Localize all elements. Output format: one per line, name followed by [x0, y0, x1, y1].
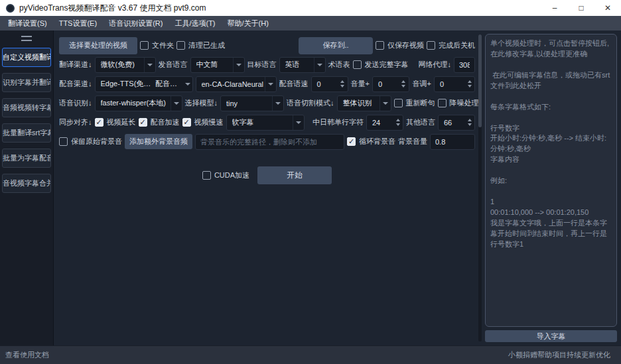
subtitle-editor-frame: [485, 34, 617, 327]
checkbox-indicator: [202, 171, 211, 180]
chevron-down-icon: [265, 77, 276, 91]
dubbing-rate-label: 配音语速: [279, 79, 309, 89]
bgm-path-input[interactable]: [195, 134, 344, 150]
other-language-label: 其他语言: [406, 117, 435, 127]
spinner-up-icon[interactable]: [401, 80, 405, 83]
sidebar-item-batch-translate-srt[interactable]: 批量翻译srt字幕: [2, 123, 51, 143]
volume-stepper[interactable]: 0: [372, 76, 409, 92]
vertical-scrollbar[interactable]: [478, 34, 482, 341]
sidebar-item-merge-av-subtitle[interactable]: 音视频字幕合并: [2, 174, 51, 193]
rephrase-checkbox[interactable]: 重新断句: [394, 98, 435, 108]
only-save-video-checkbox[interactable]: 仅保存视频: [376, 40, 424, 50]
content-area: 自定义视频翻译 识别字幕并翻译 音频视频转字幕 批量翻译srt字幕 批量为字幕配…: [0, 30, 621, 345]
glossary-link[interactable]: 术语表: [328, 60, 350, 70]
cjk-chars-value: 24: [372, 119, 380, 127]
close-button[interactable]: ✕: [594, 0, 621, 16]
cjk-chars-label: 中日韩单行字符: [312, 117, 364, 127]
target-language-select[interactable]: 英语: [279, 57, 326, 73]
dubbing-rate-stepper[interactable]: 0: [311, 76, 348, 92]
save-to-button[interactable]: 保存到..: [299, 37, 373, 54]
menu-recognition-settings[interactable]: 语音识别设置(R): [104, 17, 168, 30]
dubbing-role-select[interactable]: en-CA-ClaraNeural: [196, 76, 277, 92]
status-docs-link[interactable]: 查看使用文档: [5, 350, 49, 360]
other-language-stepper[interactable]: 66: [438, 115, 475, 131]
denoise-checkbox[interactable]: 降噪处理: [438, 98, 479, 108]
cuda-checkbox[interactable]: CUDA加速: [202, 170, 249, 180]
start-button[interactable]: 开始: [257, 166, 332, 184]
split-mode-select[interactable]: 整体识别: [337, 95, 391, 111]
sidebar-item-recognize-and-translate[interactable]: 识别字幕并翻译: [2, 73, 51, 92]
subtitle-type-select[interactable]: 软字幕: [226, 115, 305, 131]
menu-tools-options[interactable]: 工具/选项(T): [169, 17, 220, 30]
bgm-volume-input[interactable]: [430, 134, 475, 150]
spinner-up-icon[interactable]: [340, 80, 344, 83]
spinner-up-icon[interactable]: [396, 119, 400, 121]
add-bgm-button[interactable]: 添加额外背景音频: [125, 134, 192, 149]
dubbing-channel-select[interactable]: Edge-TTS(免费) 配音角色: [95, 76, 193, 92]
spinner-down-icon[interactable]: [468, 85, 472, 88]
send-full-subtitle-checkbox[interactable]: 发送完整字幕: [353, 60, 409, 70]
sidebar-item-batch-dub-subtitle[interactable]: 批量为字幕配音: [2, 149, 51, 168]
spinner-down-icon[interactable]: [401, 85, 405, 88]
subtitle-panel: 导入字幕: [483, 30, 621, 345]
cjk-chars-stepper[interactable]: 24: [366, 115, 403, 131]
chevron-down-icon: [144, 58, 155, 72]
import-subtitle-button[interactable]: 导入字幕: [485, 330, 617, 342]
menu-translate-settings[interactable]: 翻译设置(S): [3, 17, 52, 30]
model-select[interactable]: tiny: [220, 95, 284, 111]
audio-speedup-checkbox[interactable]: 配音加速: [139, 117, 180, 127]
titlebar: pyVideoTrans视频翻译配音 v3.67 使用文档 pvt9.com –…: [0, 0, 621, 16]
subtitle-editor[interactable]: [486, 34, 616, 326]
loop-bgm-checkbox[interactable]: 循环背景音: [347, 137, 395, 147]
pitch-stepper[interactable]: 0: [434, 76, 475, 92]
sidebar-item-custom-video-translate[interactable]: 自定义视频翻译: [2, 48, 51, 67]
window-controls: – □ ✕: [541, 0, 621, 16]
keep-original-bgm-checkbox[interactable]: 保留原始背景音: [59, 137, 122, 147]
shutdown-after-checkbox[interactable]: 完成后关机: [427, 40, 475, 50]
minimize-button[interactable]: –: [541, 0, 568, 16]
translate-channel-select[interactable]: 微软(免费): [95, 57, 156, 73]
checkbox-indicator: [182, 118, 191, 127]
speech-recognition-label[interactable]: 语音识别↓: [59, 98, 92, 108]
chevron-down-icon: [171, 96, 182, 111]
source-language-select[interactable]: 中文简: [190, 57, 245, 73]
chevron-down-icon: [380, 96, 391, 111]
statusbar: 查看使用文档 小额捐赠帮助项目持续更新优化: [0, 345, 621, 364]
dubbing-role-value: en-CA-ClaraNeural: [202, 80, 264, 88]
translate-channel-value: 微软(免费): [101, 60, 135, 70]
recognition-channel-select[interactable]: faster-whisper(本地): [95, 95, 182, 111]
status-donate-text[interactable]: 小额捐赠帮助项目持续更新优化: [508, 350, 610, 360]
video-slowdown-checkbox[interactable]: 视频慢速: [182, 117, 224, 127]
spinner-down-icon[interactable]: [396, 123, 400, 126]
dubbing-channel-label[interactable]: 配音渠道↓: [59, 79, 92, 89]
sidebar-toggle-icon[interactable]: [21, 36, 32, 41]
checkbox-indicator: [394, 99, 403, 107]
subtitle-type-value: 软字幕: [232, 117, 254, 127]
scrollbar-thumb[interactable]: [478, 34, 482, 127]
sync-align-label[interactable]: 同步对齐↓: [59, 117, 92, 127]
folder-checkbox[interactable]: 文件夹: [140, 40, 174, 50]
clean-generated-checkbox[interactable]: 清理已生成: [176, 40, 225, 50]
menu-tts-settings[interactable]: TTS设置(E): [54, 17, 102, 30]
shutdown-after-checkbox-label: 完成后关机: [439, 40, 475, 50]
translate-channel-label[interactable]: 翻译渠道↓: [59, 60, 92, 70]
model-value: tiny: [226, 99, 238, 107]
loop-bgm-checkbox-label: 循环背景音: [359, 137, 395, 147]
menubar: 翻译设置(S) TTS设置(E) 语音识别设置(R) 工具/选项(T) 帮助/关…: [0, 16, 621, 30]
menu-help-about[interactable]: 帮助/关于(H): [222, 17, 274, 30]
select-video-button[interactable]: 选择要处理的视频: [59, 37, 137, 54]
network-proxy-label[interactable]: 网络代理↓: [419, 60, 452, 70]
video-extend-checkbox[interactable]: 视频延长: [95, 117, 136, 127]
spinner-up-icon[interactable]: [468, 80, 472, 83]
checkbox-indicator: [176, 41, 185, 50]
dubbing-rate-value: 0: [317, 80, 321, 88]
spinner-down-icon[interactable]: [468, 123, 472, 126]
model-label[interactable]: 选择模型↓: [185, 98, 218, 108]
spinner-down-icon[interactable]: [340, 85, 344, 88]
maximize-button[interactable]: □: [568, 0, 594, 16]
spinner-up-icon[interactable]: [468, 119, 472, 121]
split-mode-label[interactable]: 语音切割模式↓: [287, 98, 334, 108]
source-language-label: 发音语言: [159, 60, 188, 70]
sidebar-item-av-to-subtitle[interactable]: 音频视频转字幕: [2, 98, 51, 117]
network-proxy-input[interactable]: [454, 57, 475, 73]
